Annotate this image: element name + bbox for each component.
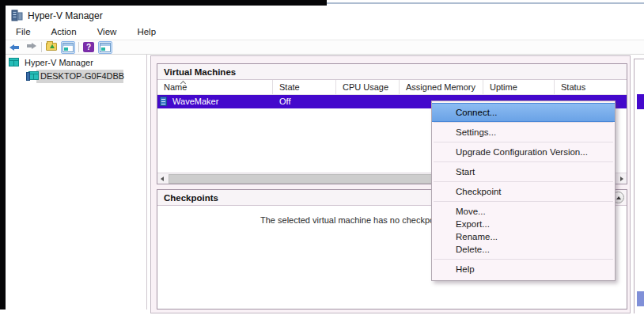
vm-table-header: Name State CPU Usage Assigned Memory Upt… bbox=[157, 80, 627, 95]
back-button[interactable] bbox=[8, 41, 22, 54]
column-header-name[interactable]: Name bbox=[157, 80, 273, 94]
app-server-icon bbox=[11, 9, 24, 22]
tree-root-label: Hyper-V Manager bbox=[25, 56, 93, 70]
toolbar-separator bbox=[78, 42, 79, 52]
context-menu-item-help[interactable]: Help bbox=[432, 260, 615, 279]
vm-state: Off bbox=[273, 95, 336, 108]
host-server-icon bbox=[26, 71, 39, 82]
vm-icon bbox=[160, 97, 167, 106]
context-menu-item-settings[interactable]: Settings... bbox=[432, 123, 615, 142]
window-frame-left bbox=[0, 0, 6, 310]
column-header-state[interactable]: State bbox=[273, 80, 336, 94]
console-window-icon bbox=[100, 43, 111, 52]
column-header-uptime[interactable]: Uptime bbox=[483, 80, 555, 94]
context-menu-item-checkpoint[interactable]: Checkpoint bbox=[432, 182, 615, 201]
hyperv-manager-window: Hyper-V Manager File Action View Help ? bbox=[0, 0, 644, 319]
vm-context-menu: Connect... Settings... Upgrade Configura… bbox=[431, 101, 616, 281]
help-question-icon: ? bbox=[83, 42, 94, 52]
adjacent-selection-fragment bbox=[637, 94, 644, 109]
title-bar: Hyper-V Manager bbox=[6, 6, 644, 26]
adjacent-highlight-fragment bbox=[637, 291, 644, 306]
context-menu-item-delete[interactable]: Delete... bbox=[432, 243, 615, 259]
hyperv-manager-icon bbox=[9, 58, 21, 68]
context-menu-item-start[interactable]: Start bbox=[432, 162, 615, 181]
back-arrow-icon bbox=[9, 44, 14, 51]
action-pane-button[interactable] bbox=[98, 41, 112, 54]
scroll-left-icon bbox=[161, 177, 164, 181]
context-menu-item-move[interactable]: Move... bbox=[432, 202, 615, 218]
help-button[interactable]: ? bbox=[82, 41, 97, 54]
menu-help[interactable]: Help bbox=[134, 26, 158, 37]
forward-arrow-icon bbox=[27, 44, 32, 47]
menu-bar: File Action View Help bbox=[6, 26, 644, 40]
column-header-assigned-memory[interactable]: Assigned Memory bbox=[400, 80, 483, 94]
virtual-machines-header: Virtual Machines bbox=[157, 64, 627, 80]
checkpoints-empty-message: The selected virtual machine has no chec… bbox=[260, 215, 450, 225]
toolbar: ? bbox=[6, 40, 644, 55]
column-header-cpu-usage[interactable]: CPU Usage bbox=[336, 80, 400, 94]
vm-cpu-usage bbox=[336, 95, 400, 108]
console-tree-pane: Hyper-V Manager DESKTOP-G0F4DBB bbox=[6, 55, 147, 310]
context-menu-item-rename[interactable]: Rename... bbox=[432, 230, 615, 243]
toolbar-separator bbox=[41, 42, 42, 52]
column-header-status[interactable]: Status bbox=[555, 80, 627, 94]
context-menu-item-upgrade-configuration-version[interactable]: Upgrade Configuration Version... bbox=[432, 142, 615, 161]
menu-action[interactable]: Action bbox=[49, 26, 79, 37]
scroll-left-button[interactable] bbox=[157, 174, 168, 184]
window-title: Hyper-V Manager bbox=[28, 6, 103, 26]
menu-file[interactable]: File bbox=[13, 26, 33, 37]
forward-button[interactable] bbox=[24, 41, 38, 54]
adjacent-pane-edge bbox=[634, 59, 644, 313]
tree-host-label: DESKTOP-G0F4DBB bbox=[40, 70, 124, 83]
window-frame-top bbox=[0, 0, 327, 6]
collapse-up-icon bbox=[616, 196, 621, 199]
console-tree-button[interactable] bbox=[61, 41, 75, 54]
context-menu-item-export[interactable]: Export... bbox=[432, 218, 615, 230]
scroll-right-icon bbox=[620, 177, 623, 181]
folder-icon bbox=[46, 43, 57, 51]
console-window-icon bbox=[63, 43, 74, 52]
window-top-border bbox=[327, 2, 644, 4]
menu-view[interactable]: View bbox=[95, 26, 119, 37]
export-folder-button[interactable] bbox=[45, 41, 59, 54]
vm-name: WaveMaker bbox=[172, 97, 218, 106]
scroll-right-button[interactable] bbox=[616, 174, 627, 184]
context-menu-item-connect[interactable]: Connect... bbox=[432, 103, 615, 122]
